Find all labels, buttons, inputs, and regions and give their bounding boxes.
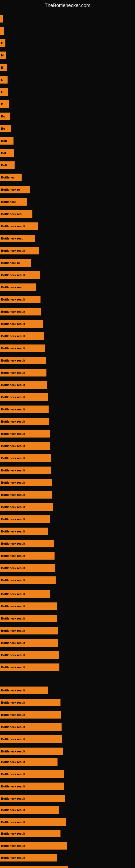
bar-item — [0, 15, 3, 23]
bar-label: Bo — [1, 127, 5, 130]
bar-rect: Bottleneck result — [0, 467, 51, 474]
bar-label: Bottleneck result — [1, 820, 25, 824]
bar-label: Bottleneck result — [1, 832, 25, 835]
bar-rect: Bott — [0, 161, 14, 169]
bar-rect: Bottleneck result — [0, 222, 38, 230]
bar-item: Bottleneck result — [0, 344, 45, 352]
bar-rect — [0, 15, 3, 23]
bar-label: Bottleneck result — [1, 310, 25, 313]
bar-rect: Bottleneck result — [0, 271, 40, 279]
bar-rect: Bottleneck result — [0, 344, 45, 352]
bar-label: Bott — [1, 139, 7, 143]
bar-label: Bottleneck re — [1, 261, 20, 265]
bar-item: Bottleneck result — [0, 770, 64, 778]
bar-rect: Bottleneck result — [0, 795, 65, 802]
bar-label: Bottleneck result — [1, 335, 25, 338]
bar-rect: Bottleneck result — [0, 516, 50, 523]
bar-item: Bottleneck resu — [0, 235, 35, 242]
bar-item: F — [0, 39, 5, 47]
bar-label: Bottleneck result — [1, 542, 25, 545]
chart-area: TheBottlenecker.com FMBEEBBoBoBottBotBot… — [0, 0, 135, 868]
bar-label: Bottlenec — [1, 176, 14, 179]
bar-item: Bottleneck result — [0, 247, 39, 254]
bar-rect: Bottleneck result — [0, 711, 61, 718]
bar-item — [0, 27, 4, 35]
bar-label: Bottleneck result — [1, 347, 25, 350]
bar-item: Bottleneck result — [0, 723, 61, 731]
bar-rect: Bottleneck resu — [0, 283, 36, 291]
bar-item: Bottleneck result — [0, 528, 48, 535]
bar-item: Bottleneck result — [0, 418, 49, 425]
bar-item: Bott — [0, 137, 13, 145]
bar-item: Bo — [0, 125, 11, 132]
bar-rect: E — [0, 76, 8, 84]
bar-label: F — [1, 41, 3, 45]
bar-label: Bott — [1, 163, 7, 167]
bar-item: Bottleneck result — [0, 686, 48, 694]
bar-label: Bottleneck result — [1, 225, 25, 228]
bar-label: Bottleneck re — [1, 188, 20, 191]
bar-rect: Bottleneck result — [0, 699, 60, 706]
bar-label: M — [1, 54, 3, 57]
bar-label: Bottleneck result — [1, 322, 25, 326]
bar-label: Bot — [1, 151, 6, 155]
bar-rect: Bottleneck result — [0, 442, 50, 450]
bar-item: Bottleneck result — [0, 602, 57, 610]
bar-item: Bott — [0, 161, 14, 169]
bar-label: Bottleneck result — [1, 457, 25, 460]
bar-item: Bottleneck result — [0, 795, 65, 802]
bar-rect: B — [0, 64, 7, 71]
bar-rect: Bottleneck result — [0, 540, 54, 547]
bar-label: Bottleneck result — [1, 273, 25, 277]
bar-rect: Bottleneck result — [0, 735, 62, 743]
bar-label: Bottleneck result — [1, 566, 25, 569]
bar-rect: Bottleneck result — [0, 627, 58, 634]
bar-item: Bottleneck result — [0, 806, 59, 814]
bar-rect: Bottleneck result — [0, 577, 56, 584]
bar-item: Bottleneck resu — [0, 210, 32, 218]
bar-rect: Bo — [0, 113, 10, 120]
bar-label: Bottleneck result — [1, 579, 25, 582]
bar-item: M — [0, 52, 6, 59]
bar-label: Bo — [1, 115, 5, 118]
bar-item: Bottleneck re — [0, 186, 30, 193]
bar-rect: Bo — [0, 125, 11, 132]
bar-label: Bottleneck result — [1, 396, 25, 399]
bar-item: Bottleneck result — [0, 842, 67, 849]
bar-rect: Bottleneck result — [0, 393, 48, 401]
bar-item: Bottleneck — [0, 198, 27, 206]
bar-item: Bottleneck result — [0, 308, 41, 315]
bar-item: Bottleneck result — [0, 818, 66, 826]
bar-label: Bottleneck result — [1, 844, 25, 847]
bar-rect: Bottleneck result — [0, 602, 57, 610]
bar-item: Bottlenec — [0, 174, 21, 181]
bar-rect: Bottleneck result — [0, 381, 47, 389]
bar-rect: Bottleneck — [0, 198, 27, 206]
bar-label: Bottleneck resu — [1, 237, 24, 240]
bar-label: Bottleneck result — [1, 713, 25, 716]
bar-rect: Bottleneck result — [0, 842, 67, 849]
bar-item: B — [0, 64, 7, 71]
bar-item: Bottleneck result — [0, 854, 57, 862]
bar-item: Bottleneck result — [0, 405, 49, 413]
bar-label: B — [1, 66, 3, 69]
bar-item: Bottleneck result — [0, 503, 53, 511]
bar-rect: Bottleneck result — [0, 369, 46, 376]
bar-rect: Bottleneck result — [0, 454, 51, 462]
bar-item: Bottleneck result — [0, 454, 51, 462]
bar-rect: Bottleneck result — [0, 782, 64, 790]
bar-rect: Bottleneck re — [0, 186, 30, 193]
bar-item: Bottleneck result — [0, 271, 40, 279]
bar-label: Bottleneck result — [1, 518, 25, 521]
bar-item: Bottleneck result — [0, 627, 58, 634]
bar-item: Bottleneck result — [0, 442, 50, 450]
bar-rect: Bottleneck result — [0, 418, 49, 425]
bar-rect: Bottleneck result — [0, 590, 50, 598]
bar-item: Bottleneck result — [0, 758, 57, 766]
bar-item: Bottleneck result — [0, 467, 51, 474]
bar-item: Bottleneck result — [0, 381, 47, 389]
bar-item: Bottleneck result — [0, 393, 48, 401]
bar-rect: Bottleneck result — [0, 320, 43, 328]
bar-label: Bottleneck result — [1, 371, 25, 374]
bar-label: Bottleneck resu — [1, 212, 24, 216]
